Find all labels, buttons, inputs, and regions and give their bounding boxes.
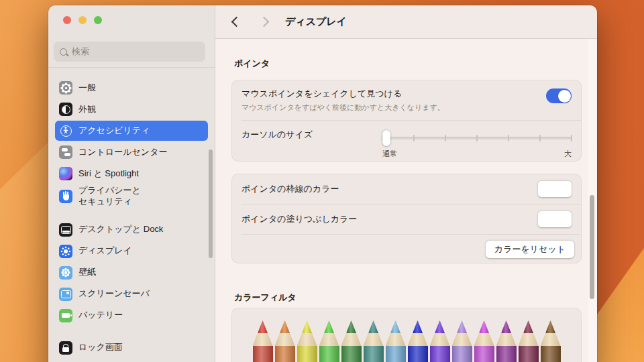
pencil-tip: [280, 320, 290, 333]
pencil-body: [408, 346, 428, 362]
pencil-tip: [368, 320, 378, 333]
pencil-brown: [541, 320, 561, 362]
sidebar-item-general[interactable]: 一般: [55, 78, 208, 98]
slider-tick: [445, 135, 446, 141]
pencil-tip: [302, 320, 312, 333]
sidebar-item-siri-spotlight[interactable]: Siri と Spotlight: [55, 164, 208, 184]
sidebar-item-battery[interactable]: バッテリー: [55, 306, 208, 326]
desktop-dock-icon: [59, 223, 72, 237]
sidebar-item-label: アクセシビリティ: [78, 125, 150, 137]
pencil-cone: [452, 320, 472, 346]
pencil-tip: [523, 320, 533, 333]
sidebar-item-label: 外観: [78, 104, 96, 115]
fill-color-swatch[interactable]: [538, 211, 572, 227]
pencil-body: [519, 346, 539, 362]
pencil-tip: [479, 320, 489, 333]
screensaver-icon: [59, 288, 72, 301]
sidebar-item-privacy[interactable]: プライバシーと セキュリティ: [55, 185, 208, 208]
slider-min-label: 通常: [382, 149, 397, 159]
pencil-light-green: [319, 320, 339, 362]
pencil-body: [386, 346, 406, 362]
shake-to-find-toggle[interactable]: [546, 88, 572, 103]
color-filter-card: [231, 308, 582, 362]
pencil-body: [297, 346, 317, 362]
sidebar-item-display[interactable]: ディスプレイ: [55, 241, 208, 261]
content-pane: ディスプレイ ポインタ マウスポインタをシェイクして見つける マウスポインタをす…: [215, 5, 597, 362]
pencil-red: [253, 320, 273, 362]
fill-color-label: ポインタの塗りつぶしカラー: [241, 213, 357, 225]
sidebar-item-label: バッテリー: [78, 310, 123, 321]
pencil-tip: [258, 320, 268, 333]
pencil-cone: [430, 320, 450, 346]
pencil-lavender: [452, 320, 472, 362]
pencil-purple: [496, 320, 517, 362]
pencil-body: [430, 346, 450, 362]
search-icon: [60, 48, 67, 56]
slider-max-label: 大: [564, 149, 572, 159]
appearance-icon: [59, 103, 72, 116]
pencil-body: [452, 346, 472, 362]
pencil-tip: [457, 320, 467, 333]
sidebar-item-label: Siri と Spotlight: [78, 168, 139, 180]
display-icon: [59, 245, 72, 258]
pencil-tip: [435, 320, 445, 333]
pencil-tip: [324, 320, 334, 333]
pencil-green: [341, 320, 362, 362]
reset-colors-button[interactable]: カラーをリセット: [486, 241, 574, 258]
pencil-body: [253, 346, 273, 362]
content-scrollbar[interactable]: [590, 195, 594, 299]
pencil-yellow: [297, 320, 317, 362]
slider-handle[interactable]: [382, 130, 390, 146]
pencil-tip: [346, 320, 356, 333]
sidebar-item-label: コントロールセンター: [78, 147, 167, 158]
sidebar-scrollbar[interactable]: [209, 149, 213, 258]
sidebar-item-lock-screen[interactable]: ロック画面: [55, 338, 208, 358]
section-title-color-filter: カラーフィルタ: [234, 292, 297, 304]
control-center-icon: [59, 145, 72, 159]
pencil-tip: [390, 320, 400, 333]
search-placeholder: 検索: [72, 46, 89, 58]
pencil-blue: [408, 320, 428, 362]
pencil-cone: [319, 320, 339, 346]
pencil-tip: [413, 320, 423, 333]
sidebar-item-screensaver[interactable]: スクリーンセーバ: [55, 284, 208, 304]
pencil-cone: [408, 320, 428, 346]
accessibility-icon: [59, 124, 72, 137]
sidebar-item-desktop-dock[interactable]: デスクトップと Dock: [55, 220, 208, 240]
outline-color-row: ポインタの枠線のカラー: [232, 174, 581, 204]
pencil-cone: [519, 320, 539, 346]
pencil-maroon: [519, 320, 539, 362]
sidebar-item-accessibility[interactable]: アクセシビリティ: [55, 121, 208, 141]
sidebar-item-wallpaper[interactable]: 壁紙: [55, 263, 208, 283]
shake-to-find-text: マウスポインタをシェイクして見つける マウスポインタをすばやく前後に動かすと大き…: [241, 88, 445, 113]
pencil-body: [341, 346, 362, 362]
pencil-light-blue: [386, 320, 406, 362]
cursor-size-slider[interactable]: 通常 大: [382, 129, 572, 157]
sidebar-item-label: プライバシーと セキュリティ: [78, 185, 141, 208]
hand-icon: [59, 190, 72, 203]
close-button[interactable]: [63, 16, 71, 24]
pencil-cone: [297, 320, 317, 346]
siri-icon: [59, 167, 72, 180]
content-body: ポインタ マウスポインタをシェイクして見つける マウスポインタをすばやく前後に動…: [215, 39, 597, 362]
slider-tick: [476, 135, 478, 141]
pointer-colors-card: ポインタの枠線のカラー ポインタの塗りつぶしカラー カラーをリセット: [231, 174, 582, 263]
back-icon[interactable]: [231, 17, 242, 27]
pencil-magenta: [474, 320, 494, 362]
sidebar-item-appearance[interactable]: 外観: [55, 99, 208, 119]
sidebar-item-label: 一般: [78, 82, 96, 94]
zoom-button[interactable]: [94, 16, 102, 24]
search-input[interactable]: 検索: [54, 42, 205, 62]
sidebar-item-control-center[interactable]: コントロールセンター: [55, 142, 208, 162]
forward-icon[interactable]: [259, 17, 270, 27]
outline-color-swatch[interactable]: [538, 181, 572, 197]
pencil-cone: [253, 320, 273, 346]
pencil-cone: [364, 320, 384, 346]
sidebar-item-label: ディスプレイ: [78, 245, 132, 257]
minimize-button[interactable]: [78, 16, 87, 24]
slider-tick: [413, 135, 415, 141]
sidebar-divider: [48, 67, 215, 68]
pencil-cone: [496, 320, 517, 346]
wallpaper-icon: [59, 266, 72, 280]
pencil-body: [496, 346, 517, 362]
